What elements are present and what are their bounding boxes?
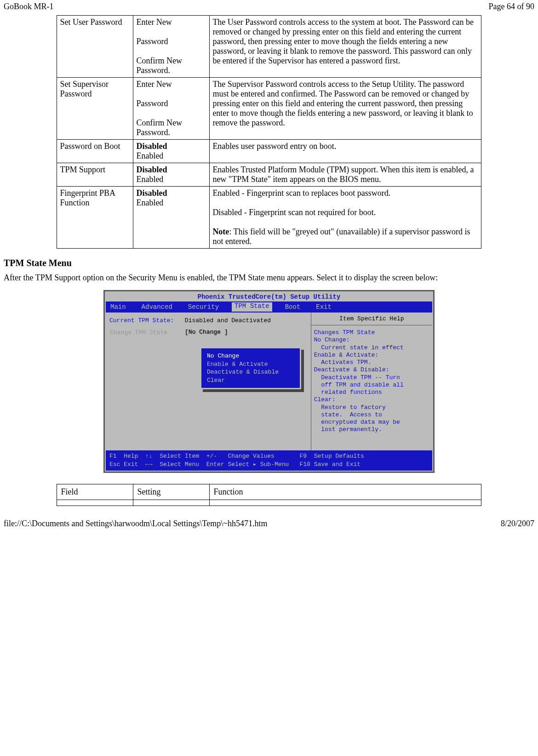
table-row: Fingerprint PBA Function Disabled Enable… xyxy=(57,187,481,249)
bios-tab-tpm-state[interactable]: TPM State xyxy=(232,302,272,312)
bios-options-table: Set User Password Enter New Password Con… xyxy=(57,15,481,249)
page-header: GoBook MR-1 Page 64 of 90 xyxy=(4,2,534,11)
bios-tab-main[interactable]: Main xyxy=(110,303,126,311)
bios-footer-line2: Esc Exit ←→ Select Menu Enter Select ▸ S… xyxy=(109,460,429,469)
cell-setting: Disabled Enabled xyxy=(133,163,210,187)
bios-help-pane: Item Specific Help Changes TPM State No … xyxy=(311,313,432,450)
cell-function: Enables Trusted Platform Module (TPM) su… xyxy=(210,163,481,187)
bios-footer-line1: F1 Help ↑↓ Select Item +/- Change Values… xyxy=(109,452,429,460)
bios-tab-security[interactable]: Security xyxy=(188,303,219,311)
bios-tab-exit[interactable]: Exit xyxy=(316,303,332,311)
cell-field: Set User Password xyxy=(57,16,133,78)
footer-path: file://C:\Documents and Settings\harwood… xyxy=(4,519,267,529)
section-title: TPM State Menu xyxy=(4,258,534,268)
table-row: Set User Password Enter New Password Con… xyxy=(57,16,481,78)
cell-field: Set Supervisor Password xyxy=(57,78,133,140)
header-right: Page 64 of 90 xyxy=(489,2,534,11)
page-footer: file://C:\Documents and Settings\harwood… xyxy=(4,519,534,529)
header-field: Field xyxy=(57,484,133,500)
table-header-row: Field Setting Function xyxy=(57,484,481,500)
popup-option-enable[interactable]: Enable & Activate xyxy=(207,360,294,369)
bios-screenshot: Phoenix TrustedCore(tm) Setup Utility Ma… xyxy=(103,290,435,473)
cell-function: Enables user password entry on boot. xyxy=(210,140,481,163)
popup-option-no-change[interactable]: No Change xyxy=(207,352,294,360)
bios-help-title: Item Specific Help xyxy=(311,313,432,325)
tpm-state-table: Field Setting Function xyxy=(57,484,481,506)
cell-field: Password on Boot xyxy=(57,140,133,163)
header-setting: Setting xyxy=(133,484,210,500)
bios-tab-advanced[interactable]: Advanced xyxy=(142,303,172,311)
bios-row-current-state: Current TPM State: Disabled and Deactiva… xyxy=(109,317,307,324)
cell-setting: Disabled Enabled xyxy=(133,187,210,249)
popup-option-deactivate[interactable]: Deactivate & Disable xyxy=(207,368,294,376)
cell-field: TPM Support xyxy=(57,163,133,187)
table-row: Set Supervisor Password Enter New Passwo… xyxy=(57,78,481,140)
cell-setting: Enter New Password Confirm New Password. xyxy=(133,16,210,78)
cell-field: Fingerprint PBA Function xyxy=(57,187,133,249)
cell-setting: Enter New Password Confirm New Password. xyxy=(133,78,210,140)
bios-body: Current TPM State: Disabled and Deactiva… xyxy=(106,313,432,450)
cell-function: Enabled - Fingerprint scan to replaces b… xyxy=(210,187,481,249)
bios-title: Phoenix TrustedCore(tm) Setup Utility xyxy=(106,292,432,301)
footer-date: 8/20/2007 xyxy=(501,519,534,529)
bios-help-body: Changes TPM State No Change: Current sta… xyxy=(311,325,432,438)
popup-option-clear[interactable]: Clear xyxy=(207,376,294,385)
bios-footer: F1 Help ↑↓ Select Item +/- Change Values… xyxy=(106,450,432,471)
bios-dropdown-popup[interactable]: No Change Enable & Activate Deactivate &… xyxy=(200,347,301,389)
bios-tab-boot[interactable]: Boot xyxy=(285,303,301,311)
table-row: TPM Support Disabled Enabled Enables Tru… xyxy=(57,163,481,187)
bios-menu-bar: Main Advanced Security TPM State Boot Ex… xyxy=(106,301,432,313)
header-left: GoBook MR-1 xyxy=(4,2,54,11)
cell-setting: Disabled Enabled xyxy=(133,140,210,163)
cell-function: The Supervisor Password controls access … xyxy=(210,78,481,140)
cell-function: The User Password controls access to the… xyxy=(210,16,481,78)
table-row-empty xyxy=(57,500,481,506)
header-function: Function xyxy=(210,484,481,500)
body-paragraph: After the TPM Support option on the Secu… xyxy=(4,273,534,283)
bios-row-change-state[interactable]: Change TPM State [No Change ] xyxy=(109,329,307,335)
bios-left-pane: Current TPM State: Disabled and Deactiva… xyxy=(106,313,311,450)
table-row: Password on Boot Disabled Enabled Enable… xyxy=(57,140,481,163)
